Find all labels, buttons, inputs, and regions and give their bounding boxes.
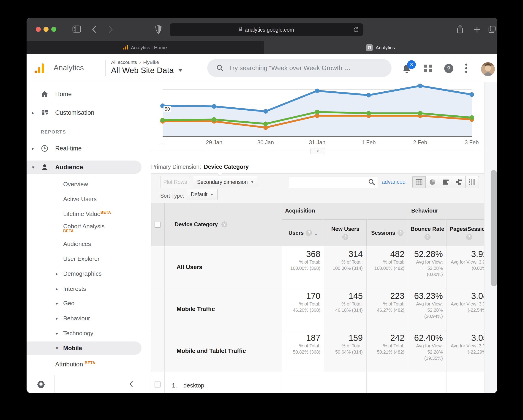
help-tooltip-icon[interactable]: ? [221, 222, 227, 227]
table-view-button[interactable] [412, 176, 426, 188]
back-button-icon[interactable] [92, 26, 96, 33]
percentage-view-button[interactable] [426, 176, 439, 188]
row-checkbox[interactable] [155, 381, 161, 387]
chevron-down-icon: ▼ [317, 149, 319, 153]
collapse-caret-icon[interactable]: ▾ [56, 346, 58, 351]
plot-rows-button[interactable]: Plot Rows [160, 176, 190, 188]
property-selector[interactable]: All Web Site Data [111, 66, 182, 75]
screen: analytics.google.com Analytics | Home G … [0, 0, 523, 420]
segment-label: All Users [177, 264, 202, 271]
forward-button-icon[interactable] [108, 26, 113, 33]
expand-caret-icon[interactable]: ▸ [56, 316, 58, 321]
chart-collapse-button[interactable]: ▼ [311, 148, 325, 154]
expand-caret-icon[interactable]: ▸ [32, 110, 34, 115]
sort-type-label: Sort Type: [160, 193, 184, 199]
tab-overview-icon[interactable] [488, 25, 496, 33]
collapse-sidebar-icon[interactable] [129, 381, 133, 388]
help-tooltip-icon[interactable]: ? [466, 234, 472, 240]
report-content: 50 …29 Jan30 Jan31 Jan1 Feb2 Feb3 Feb ▼ … [146, 82, 497, 393]
page-body: Home ▸ Customisation REPORTS ▸ Real-time… [26, 82, 497, 393]
expand-caret-icon[interactable]: ▸ [56, 271, 58, 276]
secondary-dimension-dropdown[interactable]: Secondary dimension ▼ [193, 176, 258, 188]
privacy-shield-icon[interactable] [155, 25, 162, 34]
tab-analytics[interactable]: G Analytics [263, 41, 497, 54]
property-selector-label: All Web Site Data [111, 66, 174, 75]
help-icon[interactable]: ? [444, 63, 454, 74]
browser-titlebar: analytics.google.com [26, 18, 497, 41]
address-bar[interactable]: analytics.google.com [170, 23, 363, 36]
collapse-caret-icon[interactable]: ▾ [32, 165, 34, 170]
table-row[interactable]: 1. desktop [151, 372, 491, 393]
sidebar-toggle-icon[interactable] [72, 25, 81, 33]
table-toolbar: Plot Rows Secondary dimension ▼ advanced [151, 173, 484, 203]
beta-badge: BETA [63, 229, 74, 233]
sidebar-nav: Home ▸ Customisation REPORTS ▸ Real-time… [26, 82, 146, 393]
tab-bar: Analytics | Home G Analytics [26, 41, 497, 54]
breadcrumb-account[interactable]: All accounts [111, 59, 137, 65]
close-window-button[interactable] [36, 27, 41, 32]
expand-caret-icon[interactable]: ▸ [56, 331, 58, 336]
table-row[interactable]: All Users 368% of Total:100.00% (368) 31… [151, 246, 491, 288]
browser-window: analytics.google.com Analytics | Home G … [26, 18, 497, 393]
device-category-header[interactable]: Device Category ? [165, 203, 282, 246]
help-tooltip-icon[interactable]: ? [425, 234, 431, 240]
x-tick-label: 30 Jan [257, 139, 274, 146]
sort-type-dropdown[interactable]: Default ▼ [187, 189, 218, 200]
users-column-header[interactable]: Users ? ↓ [282, 219, 324, 247]
expand-caret-icon[interactable]: ▸ [56, 286, 58, 292]
search-icon[interactable] [368, 179, 375, 186]
ga-logo-icon[interactable] [34, 63, 45, 74]
help-tooltip-icon[interactable]: ? [398, 230, 403, 236]
ga-product-name: Analytics [54, 63, 84, 72]
help-tooltip-icon[interactable]: ? [342, 234, 348, 240]
sidebar-section-reports: REPORTS [41, 129, 66, 135]
table-row[interactable]: Mobile and Tablet Traffic 187% of Total:… [151, 330, 491, 372]
help-tooltip-icon[interactable]: ? [306, 230, 312, 236]
tls-lock-icon [239, 26, 243, 33]
expand-caret-icon[interactable]: ▸ [32, 146, 34, 151]
comparison-view-button[interactable] [452, 176, 466, 188]
footer-divider [54, 375, 55, 393]
x-tick-label: … [160, 139, 165, 146]
home-icon [41, 91, 49, 98]
device-category-value[interactable]: desktop [183, 382, 204, 389]
apps-grid-icon[interactable] [424, 64, 432, 74]
tab-analytics-home[interactable]: Analytics | Home [26, 41, 263, 54]
group-header-behaviour: Behaviour [411, 207, 438, 214]
pivot-view-button[interactable] [466, 176, 479, 188]
zoom-window-button[interactable] [51, 27, 56, 32]
breadcrumb[interactable]: All accounts › FlyBike [111, 59, 159, 65]
data-table-header: Device Category ? Acquisition Behaviour … [151, 203, 491, 246]
minimize-window-button[interactable] [43, 27, 49, 32]
page-scrollbar[interactable] [484, 82, 497, 393]
ga-search-bar[interactable]: Try searching “Week over Week Growth … [207, 59, 392, 77]
user-avatar[interactable] [481, 62, 495, 76]
expand-caret-icon[interactable]: ▸ [56, 301, 58, 306]
select-all-checkbox[interactable] [155, 222, 161, 228]
chevron-down-icon [178, 69, 182, 72]
scrollbar-thumb[interactable] [491, 170, 497, 286]
primary-dimension-value[interactable]: Device Category [204, 164, 249, 170]
sessions-column-header[interactable]: Sessions ? [366, 219, 408, 247]
advanced-search-link[interactable]: advanced [382, 179, 406, 185]
new-users-column-header[interactable]: New Users ? [324, 219, 366, 247]
x-tick-label: 2 Feb [413, 139, 427, 146]
performance-view-button[interactable] [439, 176, 452, 188]
chart-x-labels: …29 Jan30 Jan31 Jan1 Feb2 Feb3 Feb [146, 139, 484, 148]
beta-badge: BETA [85, 361, 95, 365]
reload-icon[interactable] [353, 26, 359, 34]
overflow-menu-icon[interactable] [465, 63, 467, 75]
search-icon [216, 64, 224, 72]
header-divider [105, 60, 106, 76]
table-row[interactable]: Mobile Traffic 170% of Total:46.20% (368… [151, 288, 491, 330]
bounce-rate-column-header[interactable]: Bounce Rate ? [408, 219, 447, 247]
table-search-input[interactable] [289, 176, 378, 188]
settings-gear-icon[interactable] [37, 380, 45, 390]
new-tab-icon[interactable] [474, 26, 480, 33]
segment-label: Mobile and Tablet Traffic [177, 347, 246, 354]
segment-label: Mobile Traffic [177, 305, 215, 313]
x-tick-label: 29 Jan [206, 139, 222, 146]
share-icon[interactable] [457, 25, 464, 34]
x-tick-label: 3 Feb [465, 139, 479, 146]
breadcrumb-property[interactable]: FlyBike [143, 59, 159, 65]
